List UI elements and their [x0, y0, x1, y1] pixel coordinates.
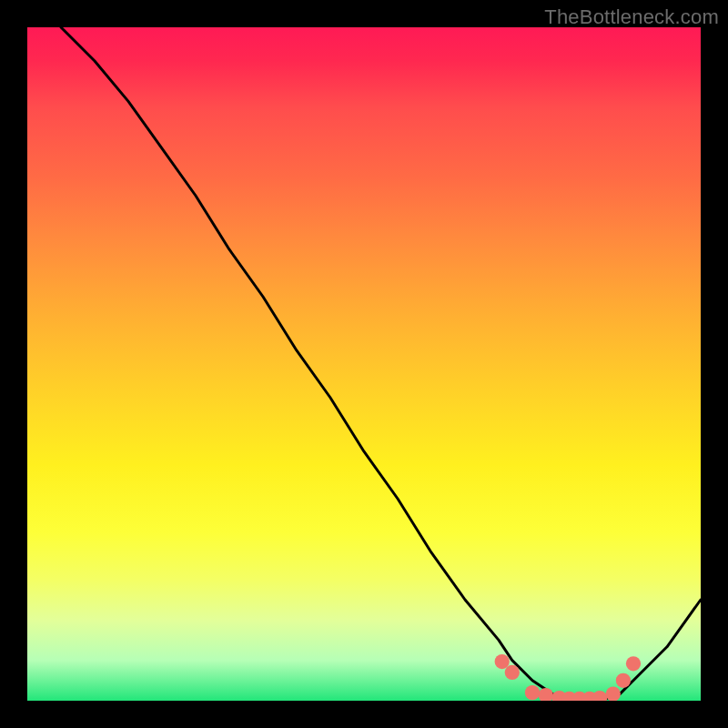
marker-dot — [525, 685, 540, 700]
marker-dot — [606, 686, 621, 701]
bottleneck-curve — [61, 27, 701, 701]
marker-dot — [616, 673, 631, 688]
marker-dot — [592, 691, 607, 701]
chart-svg — [27, 27, 701, 701]
chart-container: TheBottleneck.com — [0, 0, 728, 728]
marker-dot — [495, 654, 510, 669]
plot-area — [27, 27, 701, 701]
marker-dot — [505, 665, 520, 680]
watermark-label: TheBottleneck.com — [544, 5, 719, 29]
optimal-range-dots — [495, 654, 642, 701]
marker-dot — [626, 656, 641, 671]
marker-dot — [539, 688, 553, 701]
